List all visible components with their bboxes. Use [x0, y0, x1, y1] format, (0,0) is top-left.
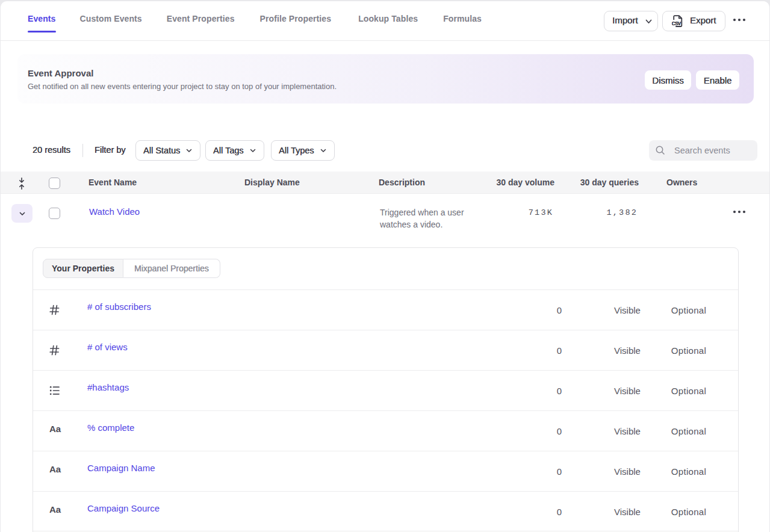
svg-text:CSV: CSV [672, 21, 681, 26]
